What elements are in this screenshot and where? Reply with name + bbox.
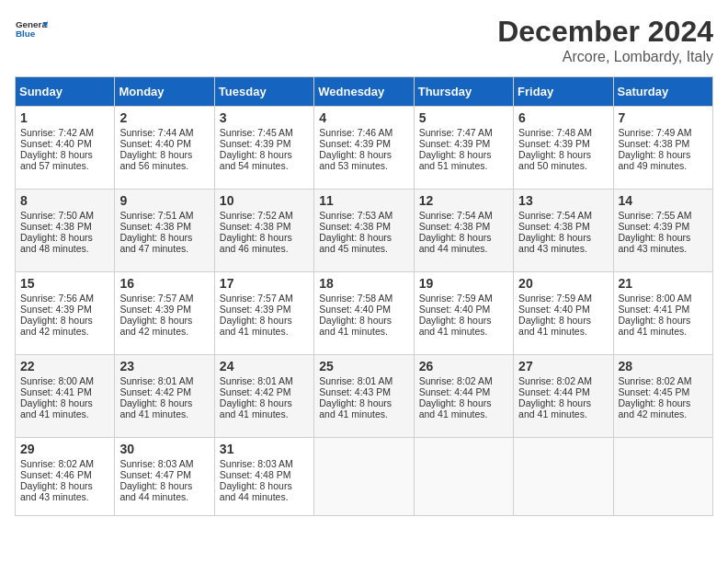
calendar-cell: 28 Sunrise: 8:02 AM Sunset: 4:45 PM Dayl… [613, 355, 712, 438]
daylight-text: Daylight: 8 hours and 45 minutes. [319, 232, 392, 254]
day-number: 10 [220, 193, 309, 208]
daylight-text: Daylight: 8 hours and 48 minutes. [20, 232, 93, 254]
daylight-text: Daylight: 8 hours and 41 minutes. [518, 315, 591, 337]
sunset-text: Sunset: 4:38 PM [220, 221, 291, 232]
day-number: 11 [319, 193, 408, 208]
sunrise-text: Sunrise: 7:56 AM [20, 293, 94, 304]
sunset-text: Sunset: 4:42 PM [119, 386, 191, 397]
sunset-text: Sunset: 4:40 PM [119, 138, 191, 149]
sunset-text: Sunset: 4:42 PM [220, 386, 291, 397]
column-header-saturday: Saturday [613, 77, 712, 107]
calendar-cell [613, 438, 712, 516]
sunrise-text: Sunrise: 7:48 AM [518, 127, 592, 138]
daylight-text: Daylight: 8 hours and 49 minutes. [619, 149, 691, 171]
daylight-text: Daylight: 8 hours and 47 minutes. [119, 232, 192, 254]
day-number: 21 [619, 276, 708, 291]
daylight-text: Daylight: 8 hours and 51 minutes. [419, 149, 492, 171]
daylight-text: Daylight: 8 hours and 50 minutes. [518, 149, 591, 171]
sunrise-text: Sunrise: 7:55 AM [619, 210, 692, 221]
sunset-text: Sunset: 4:39 PM [20, 304, 92, 315]
sunrise-text: Sunrise: 8:01 AM [119, 375, 193, 386]
sunrise-text: Sunrise: 7:57 AM [119, 293, 193, 304]
calendar-cell: 4 Sunrise: 7:46 AM Sunset: 4:39 PM Dayli… [314, 107, 414, 190]
sunrise-text: Sunrise: 7:47 AM [419, 127, 493, 138]
calendar-cell: 19 Sunrise: 7:59 AM Sunset: 4:40 PM Dayl… [414, 272, 513, 355]
day-number: 15 [20, 276, 109, 291]
daylight-text: Daylight: 8 hours and 42 minutes. [20, 315, 93, 337]
sunset-text: Sunset: 4:38 PM [119, 221, 191, 232]
sunrise-text: Sunrise: 8:02 AM [20, 458, 94, 469]
sunset-text: Sunset: 4:43 PM [319, 386, 391, 397]
sunrise-text: Sunrise: 7:59 AM [419, 293, 493, 304]
day-number: 22 [20, 359, 109, 373]
column-header-wednesday: Wednesday [314, 77, 414, 107]
daylight-text: Daylight: 8 hours and 41 minutes. [220, 315, 292, 337]
day-number: 8 [20, 193, 109, 208]
calendar-cell: 1 Sunrise: 7:42 AM Sunset: 4:40 PM Dayli… [16, 107, 115, 190]
daylight-text: Daylight: 8 hours and 41 minutes. [419, 315, 492, 337]
calendar-cell: 5 Sunrise: 7:47 AM Sunset: 4:39 PM Dayli… [414, 107, 513, 190]
calendar-cell: 17 Sunrise: 7:57 AM Sunset: 4:39 PM Dayl… [214, 272, 313, 355]
calendar-cell [414, 438, 513, 516]
sunrise-text: Sunrise: 7:44 AM [119, 127, 193, 138]
sunrise-text: Sunrise: 7:54 AM [419, 210, 493, 221]
sunrise-text: Sunrise: 8:00 AM [619, 293, 692, 304]
day-number: 25 [319, 359, 408, 373]
daylight-text: Daylight: 8 hours and 41 minutes. [20, 397, 93, 419]
sunset-text: Sunset: 4:39 PM [119, 304, 191, 315]
daylight-text: Daylight: 8 hours and 41 minutes. [119, 397, 192, 419]
calendar-table: SundayMondayTuesdayWednesdayThursdayFrid… [15, 76, 713, 516]
day-number: 23 [119, 359, 209, 373]
day-number: 6 [518, 110, 608, 125]
sunset-text: Sunset: 4:38 PM [20, 221, 92, 232]
sunset-text: Sunset: 4:40 PM [419, 304, 491, 315]
sunrise-text: Sunrise: 7:49 AM [619, 127, 692, 138]
daylight-text: Daylight: 8 hours and 44 minutes. [220, 480, 292, 502]
calendar-cell: 24 Sunrise: 8:01 AM Sunset: 4:42 PM Dayl… [214, 355, 313, 438]
calendar-cell: 21 Sunrise: 8:00 AM Sunset: 4:41 PM Dayl… [613, 272, 712, 355]
day-number: 17 [220, 276, 309, 291]
sunrise-text: Sunrise: 8:01 AM [220, 375, 293, 386]
daylight-text: Daylight: 8 hours and 43 minutes. [20, 480, 93, 502]
day-number: 31 [220, 442, 309, 456]
sunset-text: Sunset: 4:39 PM [319, 138, 391, 149]
day-number: 1 [20, 110, 109, 125]
day-number: 14 [619, 193, 708, 208]
sunrise-text: Sunrise: 7:58 AM [319, 293, 392, 304]
daylight-text: Daylight: 8 hours and 41 minutes. [419, 397, 492, 419]
sunset-text: Sunset: 4:47 PM [119, 469, 191, 480]
daylight-text: Daylight: 8 hours and 41 minutes. [619, 315, 691, 337]
calendar-cell: 14 Sunrise: 7:55 AM Sunset: 4:39 PM Dayl… [613, 190, 712, 272]
sunrise-text: Sunrise: 7:51 AM [119, 210, 193, 221]
sunrise-text: Sunrise: 7:57 AM [220, 293, 293, 304]
calendar-cell: 25 Sunrise: 8:01 AM Sunset: 4:43 PM Dayl… [314, 355, 414, 438]
title-area: December 2024 Arcore, Lombardy, Italy [497, 15, 713, 65]
sunset-text: Sunset: 4:38 PM [319, 221, 391, 232]
day-number: 27 [518, 359, 608, 373]
sunrise-text: Sunrise: 7:45 AM [220, 127, 293, 138]
daylight-text: Daylight: 8 hours and 46 minutes. [220, 232, 292, 254]
sunset-text: Sunset: 4:38 PM [619, 138, 690, 149]
sunset-text: Sunset: 4:44 PM [419, 386, 491, 397]
day-number: 9 [119, 193, 209, 208]
svg-text:Blue: Blue [16, 29, 36, 39]
day-number: 16 [119, 276, 209, 291]
sunset-text: Sunset: 4:41 PM [619, 304, 690, 315]
sunset-text: Sunset: 4:38 PM [518, 221, 590, 232]
daylight-text: Daylight: 8 hours and 57 minutes. [20, 149, 93, 171]
sunset-text: Sunset: 4:45 PM [619, 386, 690, 397]
day-number: 24 [220, 359, 309, 373]
day-number: 19 [419, 276, 508, 291]
sunrise-text: Sunrise: 7:52 AM [220, 210, 293, 221]
calendar-cell: 26 Sunrise: 8:02 AM Sunset: 4:44 PM Dayl… [414, 355, 513, 438]
daylight-text: Daylight: 8 hours and 41 minutes. [518, 397, 591, 419]
sunset-text: Sunset: 4:44 PM [518, 386, 590, 397]
sunrise-text: Sunrise: 8:01 AM [319, 375, 392, 386]
day-number: 13 [518, 193, 608, 208]
column-header-tuesday: Tuesday [214, 77, 313, 107]
sunrise-text: Sunrise: 8:03 AM [119, 458, 193, 469]
calendar-cell: 31 Sunrise: 8:03 AM Sunset: 4:48 PM Dayl… [214, 438, 313, 516]
daylight-text: Daylight: 8 hours and 41 minutes. [319, 397, 392, 419]
sunrise-text: Sunrise: 7:54 AM [518, 210, 592, 221]
daylight-text: Daylight: 8 hours and 56 minutes. [119, 149, 192, 171]
